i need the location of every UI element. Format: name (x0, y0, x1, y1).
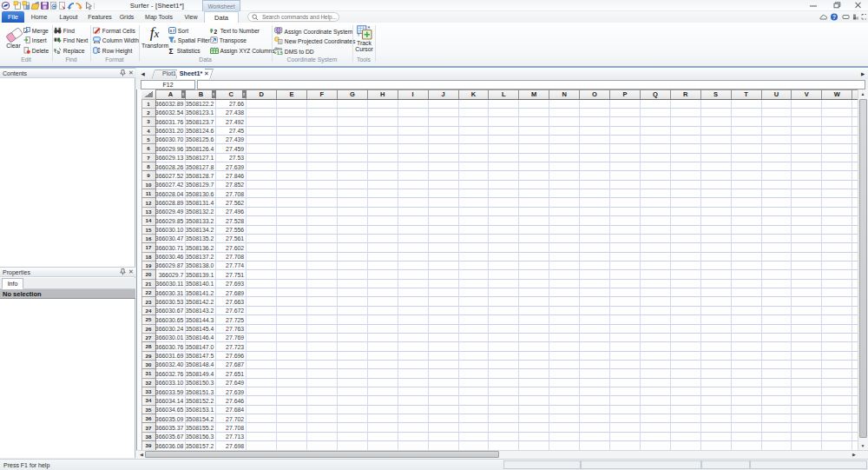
svg-text:27.492: 27.492 (226, 119, 244, 125)
svg-text:15: 15 (146, 227, 152, 233)
svg-text:5: 5 (147, 136, 150, 142)
svg-text:31: 31 (146, 370, 152, 376)
svg-text:27.649: 27.649 (226, 380, 244, 386)
svg-text:1.5: 1.5 (277, 51, 283, 55)
svg-text:27.698: 27.698 (226, 443, 244, 449)
svg-text:3508157.2: 3508157.2 (186, 443, 214, 449)
svg-text:27.684: 27.684 (226, 407, 244, 413)
svg-text:18: 18 (146, 254, 152, 260)
svg-text:3508143.2: 3508143.2 (186, 308, 214, 314)
svg-text:27: 27 (146, 334, 152, 341)
svg-text:27.438: 27.438 (226, 109, 244, 116)
svg-text:366027.52: 366027.52 (155, 173, 184, 179)
svg-text:27.689: 27.689 (226, 290, 244, 296)
svg-text:3508151.3: 3508151.3 (186, 389, 214, 395)
svg-text:27.769: 27.769 (226, 334, 244, 341)
svg-text:366035.67: 366035.67 (155, 434, 184, 440)
svg-text:G: G (350, 90, 355, 98)
svg-text:27.723: 27.723 (226, 344, 244, 350)
svg-text:28: 28 (146, 343, 152, 349)
svg-text:366030.47: 366030.47 (155, 235, 184, 242)
svg-text:✕: ✕ (367, 25, 371, 30)
svg-text:3508129.7: 3508129.7 (186, 182, 214, 188)
svg-text:27.561: 27.561 (226, 235, 244, 242)
svg-text:1: 1 (147, 101, 150, 107)
svg-text:3508122.2: 3508122.2 (186, 101, 214, 107)
svg-text:3508144.3: 3508144.3 (186, 317, 214, 323)
svg-text:32: 32 (146, 380, 152, 386)
svg-text:A: A (168, 90, 174, 98)
svg-text:366033.59: 366033.59 (155, 389, 184, 395)
svg-text:3508145.4: 3508145.4 (186, 326, 214, 332)
svg-text:366034.14: 366034.14 (155, 398, 184, 404)
svg-text:3508138.0: 3508138.0 (186, 262, 214, 268)
svg-text:366033.10: 366033.10 (155, 380, 184, 386)
svg-text:19: 19 (146, 262, 152, 268)
svg-text:3508146.4: 3508146.4 (186, 334, 214, 341)
svg-text:27.693: 27.693 (226, 281, 244, 287)
svg-text:3508155.2: 3508155.2 (186, 425, 214, 431)
svg-text:366030.70: 366030.70 (155, 136, 184, 142)
svg-text:27.702: 27.702 (226, 416, 244, 422)
svg-text:S: S (713, 90, 718, 98)
svg-text:3508136.2: 3508136.2 (186, 245, 214, 251)
svg-text:366030.24: 366030.24 (155, 326, 184, 332)
svg-text:16: 16 (146, 235, 152, 242)
svg-text:366029.96: 366029.96 (155, 146, 184, 152)
svg-text:27.639: 27.639 (226, 164, 244, 170)
svg-text:27.672: 27.672 (226, 308, 244, 314)
svg-text:3508140.1: 3508140.1 (186, 281, 214, 287)
svg-text:F: F (320, 90, 325, 98)
svg-text:3508123.7: 3508123.7 (186, 119, 214, 125)
svg-text:3508130.6: 3508130.6 (186, 191, 214, 197)
svg-text:13: 13 (146, 209, 152, 215)
svg-text:M: M (531, 90, 536, 98)
svg-text:27.562: 27.562 (226, 200, 244, 206)
svg-text:366030.01: 366030.01 (155, 334, 184, 341)
svg-text:W: W (834, 90, 841, 98)
svg-text:27.774: 27.774 (226, 262, 244, 268)
svg-text:366032.40: 366032.40 (155, 361, 184, 367)
svg-text:37: 37 (146, 425, 152, 431)
svg-text:27.708: 27.708 (226, 254, 244, 260)
svg-text:366029.85: 366029.85 (155, 218, 184, 224)
svg-text:2: 2 (147, 109, 150, 116)
svg-text:3508132.2: 3508132.2 (186, 209, 214, 215)
svg-text:3508124.6: 3508124.6 (186, 128, 214, 134)
svg-text:8: 8 (147, 163, 150, 169)
svg-text:366028.89: 366028.89 (155, 200, 184, 206)
svg-text:3508125.6: 3508125.6 (186, 136, 214, 142)
svg-text:23: 23 (146, 299, 152, 305)
svg-text:3508126.4: 3508126.4 (186, 146, 214, 152)
svg-text:L: L (502, 90, 506, 98)
svg-text:11: 11 (146, 190, 152, 196)
svg-text:E: E (290, 90, 294, 98)
svg-text:26: 26 (146, 326, 152, 332)
svg-text:3508148.4: 3508148.4 (186, 361, 214, 367)
svg-text:366031.20: 366031.20 (155, 128, 184, 134)
svg-text:12: 12 (146, 200, 152, 206)
svg-text:366030.76: 366030.76 (155, 344, 184, 350)
svg-text:17: 17 (146, 244, 152, 250)
svg-text:3508134.2: 3508134.2 (186, 227, 214, 233)
svg-text:27.53: 27.53 (229, 155, 244, 161)
svg-text:366028.26: 366028.26 (155, 164, 184, 170)
svg-text:29: 29 (146, 353, 152, 359)
svg-text:3508128.7: 3508128.7 (186, 173, 214, 179)
svg-text:3508123.1: 3508123.1 (186, 109, 214, 116)
svg-text:3508127.8: 3508127.8 (186, 164, 214, 170)
svg-text:30: 30 (146, 361, 152, 367)
svg-text:a: a (210, 27, 214, 32)
svg-text:35: 35 (146, 407, 152, 413)
svg-text:T: T (744, 90, 748, 98)
svg-text:D: D (259, 90, 264, 98)
svg-text:21: 21 (146, 281, 152, 287)
svg-text:34: 34 (146, 397, 152, 403)
svg-text:366030.65: 366030.65 (155, 317, 184, 323)
svg-text:6: 6 (147, 145, 150, 151)
svg-text:3508141.2: 3508141.2 (186, 290, 214, 296)
svg-text:366027.42: 366027.42 (155, 182, 184, 188)
svg-text:O: O (592, 90, 597, 98)
svg-text:V: V (805, 90, 809, 98)
svg-text:3508153.1: 3508153.1 (186, 407, 214, 413)
